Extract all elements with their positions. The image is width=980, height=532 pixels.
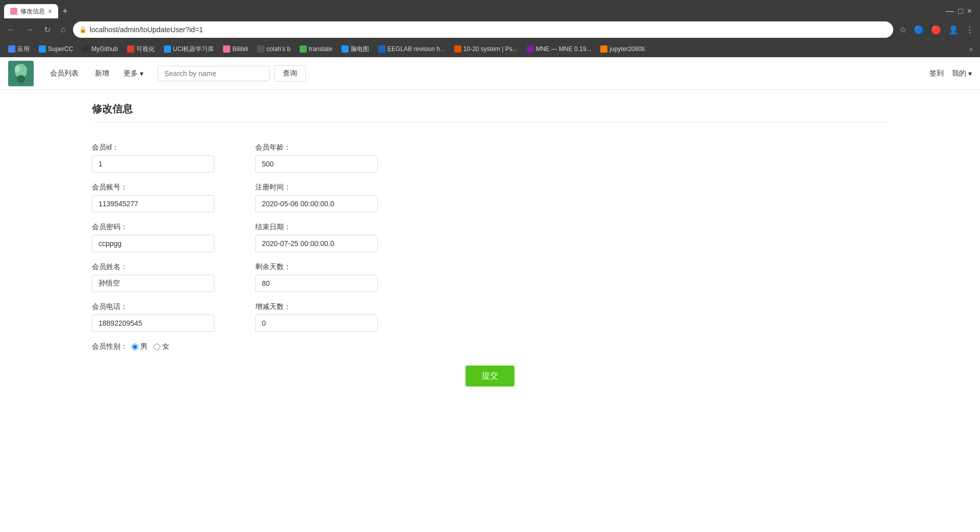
- bookmark-favicon-eeglab: [378, 45, 385, 53]
- extension-icon-2[interactable]: 🔴: [929, 23, 943, 37]
- refresh-button[interactable]: ↻: [41, 23, 54, 37]
- bookmark-jupyter[interactable]: jupyter2080ti: [596, 44, 649, 54]
- svg-point-2: [15, 65, 20, 72]
- nav-right: 签到 我的 ▾: [929, 69, 972, 78]
- bookmark-visual[interactable]: 可视化: [123, 43, 159, 55]
- bookmark-favicon-github: [82, 45, 89, 53]
- bookmark-favicon-colah: [257, 45, 264, 53]
- more-label: 更多: [124, 69, 138, 78]
- profile-icon[interactable]: 👤: [946, 23, 961, 37]
- member-age-label: 会员年龄：: [255, 143, 378, 152]
- member-phone-input[interactable]: [92, 315, 214, 332]
- bookmarks-more-icon[interactable]: »: [966, 43, 976, 55]
- bookmark-label-visual: 可视化: [136, 45, 155, 54]
- address-input[interactable]: [90, 26, 887, 34]
- remaining-days-input[interactable]: [255, 275, 378, 292]
- more-menu[interactable]: 更多 ▾: [117, 69, 150, 78]
- active-tab[interactable]: 修改信息 ×: [4, 4, 58, 18]
- home-button[interactable]: ⌂: [58, 23, 69, 36]
- bookmark-favicon-bilibili: [223, 45, 230, 53]
- gender-female-label: 女: [162, 342, 169, 351]
- bookmark-favicon-mne: [527, 45, 534, 53]
- gender-female-radio[interactable]: [154, 344, 160, 350]
- bookmark-supercc[interactable]: SuperCC: [35, 44, 77, 54]
- member-list-link[interactable]: 会员列表: [42, 57, 87, 90]
- bookmark-colah[interactable]: colah's b: [253, 44, 295, 54]
- form-group-add-days: 增减天数：: [255, 302, 378, 332]
- bookmark-star-icon[interactable]: ☆: [897, 23, 909, 37]
- tab-close-icon[interactable]: ×: [48, 7, 52, 15]
- bookmark-label-translate: translate: [309, 45, 332, 53]
- form-row-3: 会员密码： 结束日期：: [92, 223, 888, 252]
- add-member-link[interactable]: 新增: [87, 57, 117, 90]
- bookmark-favicon-translate: [300, 45, 307, 53]
- add-days-label: 增减天数：: [255, 302, 378, 311]
- menu-icon[interactable]: ⋮: [964, 23, 976, 37]
- bookmark-translate[interactable]: translate: [296, 44, 336, 54]
- maximize-button[interactable]: □: [958, 7, 963, 16]
- extension-icon-1[interactable]: 🔵: [912, 23, 926, 37]
- bookmark-favicon-eeg: [341, 45, 349, 53]
- form-group-name: 会员姓名：: [92, 262, 214, 292]
- forward-button[interactable]: →: [22, 23, 37, 36]
- remaining-days-label: 剩余天数：: [255, 262, 378, 272]
- svg-point-3: [17, 75, 25, 83]
- bookmark-1020[interactable]: 10-20 system | Ps...: [450, 44, 522, 54]
- bookmark-eeg[interactable]: 脑电图: [337, 43, 373, 55]
- register-time-label: 注册时间：: [255, 183, 378, 192]
- bookmark-github[interactable]: MyGithub: [78, 44, 121, 54]
- search-input[interactable]: [158, 66, 270, 81]
- bookmark-mne[interactable]: MNE — MNE 0.19...: [523, 44, 596, 54]
- bookmark-favicon-supercc: [39, 45, 46, 53]
- bookmark-apps[interactable]: 应用: [4, 43, 34, 55]
- signin-link[interactable]: 签到: [929, 69, 944, 78]
- form-group-member-age: 会员年龄：: [255, 143, 378, 173]
- bookmark-label-apps: 应用: [17, 45, 30, 54]
- submit-button[interactable]: 提交: [465, 366, 514, 386]
- form-row-5: 会员电话： 增减天数：: [92, 302, 888, 332]
- bookmark-label-uci: UCI机器学习库: [173, 45, 214, 54]
- search-button[interactable]: 查询: [274, 65, 306, 82]
- member-password-input[interactable]: [92, 235, 214, 252]
- gender-male-radio[interactable]: [132, 344, 138, 350]
- member-age-input[interactable]: [255, 155, 378, 173]
- bookmark-label-bilibili: Bilibili: [232, 45, 248, 53]
- bookmark-label-jupyter: jupyter2080ti: [609, 45, 645, 53]
- form-group-register-time: 注册时间：: [255, 183, 378, 212]
- gender-row: 会员性别： 男 女: [92, 342, 888, 351]
- bookmark-favicon-uci: [164, 45, 171, 53]
- member-id-label: 会员id：: [92, 143, 214, 152]
- submit-row: 提交: [92, 361, 888, 386]
- bookmark-favicon-visual: [127, 45, 134, 53]
- member-name-input[interactable]: [92, 275, 214, 292]
- end-date-input[interactable]: [255, 235, 378, 252]
- my-menu[interactable]: 我的 ▾: [952, 69, 972, 78]
- tab-title: 修改信息: [20, 7, 45, 16]
- form-row-4: 会员姓名： 剩余天数：: [92, 262, 888, 292]
- browser-chrome: 修改信息 × + — □ × ← → ↻ ⌂ 🔒 ☆ 🔵 🔴 👤 ⋮: [0, 0, 980, 57]
- address-bar[interactable]: 🔒: [73, 21, 893, 38]
- gender-female-option[interactable]: 女: [154, 342, 169, 351]
- bookmark-bilibili[interactable]: Bilibili: [219, 44, 252, 54]
- toolbar-icons: ☆ 🔵 🔴 👤 ⋮: [897, 23, 976, 37]
- new-tab-button[interactable]: +: [58, 4, 72, 18]
- close-window-button[interactable]: ×: [967, 7, 972, 16]
- add-days-input[interactable]: [255, 315, 378, 332]
- end-date-label: 结束日期：: [255, 223, 378, 232]
- gender-male-option[interactable]: 男: [132, 342, 148, 351]
- bookmark-label-github: MyGithub: [91, 45, 117, 53]
- member-name-label: 会员姓名：: [92, 262, 214, 272]
- register-time-input[interactable]: [255, 195, 378, 212]
- member-id-input[interactable]: [92, 155, 214, 173]
- main-content: 修改信息 会员id： 会员年龄： 会员账号：: [0, 90, 980, 411]
- browser-toolbar: ← → ↻ ⌂ 🔒 ☆ 🔵 🔴 👤 ⋮: [0, 18, 980, 41]
- member-account-input[interactable]: [92, 195, 214, 212]
- minimize-button[interactable]: —: [946, 7, 954, 16]
- bookmark-label-colah: colah's b: [266, 45, 290, 53]
- back-button[interactable]: ←: [4, 23, 18, 36]
- my-chevron-icon: ▾: [968, 69, 972, 78]
- bookmark-uci[interactable]: UCI机器学习库: [160, 43, 218, 55]
- bookmark-eeglab[interactable]: EEGLAB revision h...: [374, 44, 449, 54]
- bookmark-favicon-apps: [8, 45, 15, 53]
- tab-favicon: [10, 8, 17, 15]
